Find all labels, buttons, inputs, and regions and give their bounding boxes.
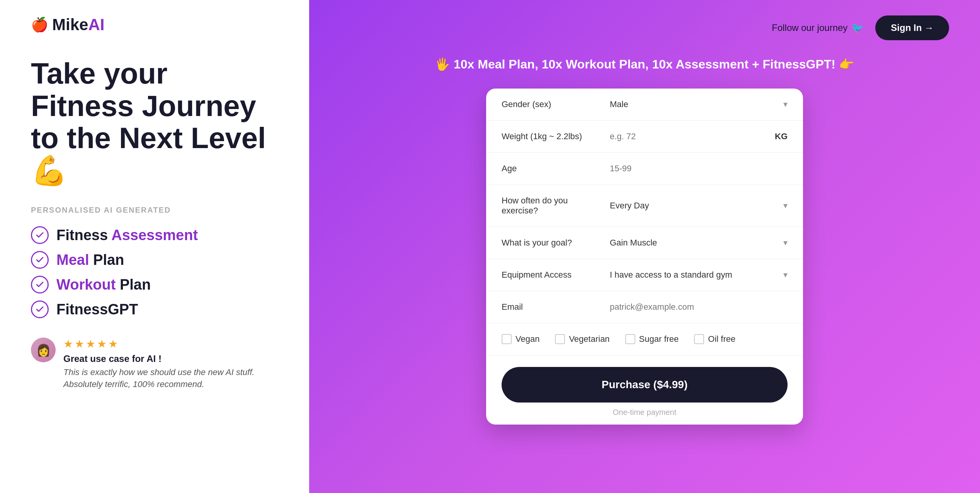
sign-in-button[interactable]: Sign In → [875, 15, 949, 40]
feature-text-meal: Meal Plan [56, 252, 124, 268]
hero-title: Take your Fitness Journey to the Next Le… [31, 57, 278, 186]
feature-item-workout: Workout Plan [31, 276, 278, 293]
check-icon-meal [31, 251, 49, 269]
email-input[interactable] [610, 302, 788, 312]
oil-free-checkbox-box[interactable] [694, 334, 704, 344]
check-icon-fitnessgpt [31, 300, 49, 318]
features-list: Fitness Assessment Meal Plan [31, 226, 278, 318]
star-5: ★ [108, 338, 118, 350]
equipment-label: Equipment Access [502, 270, 602, 280]
email-label: Email [502, 302, 602, 312]
gender-select-inner[interactable]: Male ▾ [610, 99, 788, 109]
age-label: Age [502, 164, 602, 174]
testimonial-text: This is exactly how we should use the ne… [63, 367, 278, 391]
left-navbar: 🍎 MikeAI [31, 0, 278, 57]
gender-select[interactable]: Male ▾ [610, 99, 788, 109]
weight-row: Weight (1kg ~ 2.2lbs) KG [486, 121, 803, 153]
goal-value: Gain Muscle [610, 238, 657, 248]
follow-journey-text: Follow our journey [772, 22, 847, 33]
equipment-select[interactable]: I have access to a standard gym ▾ [610, 270, 788, 280]
logo-icon: 🍎 [31, 17, 48, 33]
left-panel: 🍎 MikeAI Take your Fitness Journey to th… [0, 0, 309, 493]
payment-note: One-time payment [502, 408, 788, 417]
testimonial: 👩 ★ ★ ★ ★ ★ Great use case for AI ! This… [31, 338, 278, 391]
promo-banner: 🖐️ 10x Meal Plan, 10x Workout Plan, 10x … [412, 56, 878, 73]
star-4: ★ [97, 338, 107, 350]
follow-journey-link[interactable]: Follow our journey 🐦 [772, 22, 864, 34]
twitter-icon: 🐦 [851, 22, 864, 34]
chevron-down-icon: ▾ [783, 99, 788, 109]
dietary-checkboxes: Vegan Vegetarian Sugar free Oil free [486, 323, 803, 355]
equipment-select-inner[interactable]: I have access to a standard gym ▾ [610, 270, 788, 280]
chevron-down-icon-4: ▾ [783, 270, 788, 280]
sugar-free-label: Sugar free [639, 334, 679, 344]
vegetarian-checkbox-box[interactable] [555, 334, 565, 344]
star-2: ★ [75, 338, 84, 350]
star-1: ★ [63, 338, 73, 350]
weight-label: Weight (1kg ~ 2.2lbs) [502, 131, 602, 142]
avatar: 👩 [31, 338, 56, 362]
gender-row: Gender (sex) Male ▾ [486, 89, 803, 121]
oil-free-label: Oil free [708, 334, 735, 344]
email-field[interactable] [610, 302, 788, 312]
testimonial-content: ★ ★ ★ ★ ★ Great use case for AI ! This i… [63, 338, 278, 391]
vegetarian-checkbox[interactable]: Vegetarian [555, 334, 609, 344]
logo-purple: AI [88, 15, 104, 34]
star-rating: ★ ★ ★ ★ ★ [63, 338, 278, 350]
vegetarian-label: Vegetarian [569, 334, 609, 344]
kg-label: KG [775, 131, 788, 142]
logo-text: MikeAI [52, 15, 104, 34]
vegan-checkbox-box[interactable] [502, 334, 512, 344]
equipment-value: I have access to a standard gym [610, 270, 732, 280]
form-card: Gender (sex) Male ▾ Weight (1kg ~ 2.2lbs… [486, 89, 803, 425]
feature-item-fitnessgpt: FitnessGPT [31, 300, 278, 318]
goal-select-inner[interactable]: Gain Muscle ▾ [610, 238, 788, 248]
purchase-section: Purchase ($4.99) One-time payment [486, 355, 803, 425]
goal-label: What is your goal? [502, 238, 602, 248]
right-panel: Follow our journey 🐦 Sign In → 🖐️ 10x Me… [309, 0, 980, 493]
exercise-frequency-select-inner[interactable]: Every Day ▾ [610, 201, 788, 211]
sugar-free-checkbox[interactable]: Sugar free [625, 334, 679, 344]
goal-select[interactable]: Gain Muscle ▾ [610, 238, 788, 248]
age-field[interactable] [610, 164, 788, 174]
feature-text-fitnessgpt: FitnessGPT [56, 301, 138, 318]
equipment-row: Equipment Access I have access to a stan… [486, 259, 803, 291]
exercise-frequency-select[interactable]: Every Day ▾ [610, 201, 788, 211]
weight-input[interactable] [610, 131, 771, 142]
testimonial-name: Great use case for AI ! [63, 353, 278, 364]
exercise-frequency-row: How often do you exercise? Every Day ▾ [486, 185, 803, 227]
exercise-frequency-label: How often do you exercise? [502, 196, 602, 216]
gender-value: Male [610, 99, 628, 109]
check-icon-workout [31, 276, 49, 293]
personalised-label: PERSONALISED AI GENERATED [31, 206, 278, 215]
weight-field[interactable]: KG [610, 131, 788, 142]
chevron-down-icon-2: ▾ [783, 201, 788, 211]
star-3: ★ [86, 338, 95, 350]
vegan-label: Vegan [516, 334, 539, 344]
purchase-button[interactable]: Purchase ($4.99) [502, 367, 788, 403]
logo[interactable]: 🍎 MikeAI [31, 15, 104, 34]
goal-row: What is your goal? Gain Muscle ▾ [486, 227, 803, 259]
sugar-free-checkbox-box[interactable] [625, 334, 635, 344]
age-input[interactable] [610, 164, 788, 174]
vegan-checkbox[interactable]: Vegan [502, 334, 539, 344]
check-icon-fitness [31, 226, 49, 244]
gender-label: Gender (sex) [502, 99, 602, 109]
chevron-down-icon-3: ▾ [783, 238, 788, 248]
right-navbar: Follow our journey 🐦 Sign In → [309, 0, 980, 56]
age-row: Age [486, 153, 803, 185]
feature-item-fitness: Fitness Assessment [31, 226, 278, 244]
oil-free-checkbox[interactable]: Oil free [694, 334, 735, 344]
feature-text-fitness: Fitness Assessment [56, 227, 198, 244]
feature-item-meal: Meal Plan [31, 251, 278, 269]
feature-text-workout: Workout Plan [56, 276, 151, 293]
exercise-frequency-value: Every Day [610, 201, 649, 211]
email-row: Email [486, 291, 803, 323]
